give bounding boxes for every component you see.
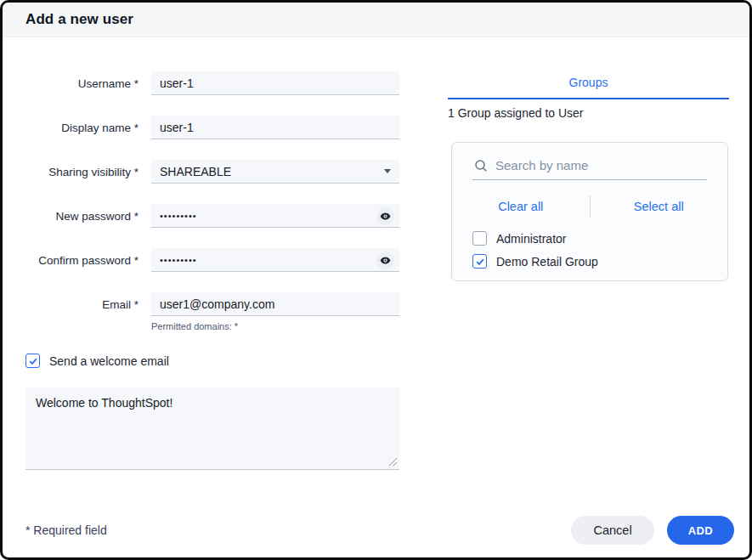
group-search-row	[472, 156, 707, 180]
groups-tab-bar: Groups	[448, 75, 729, 99]
eye-icon	[379, 210, 392, 223]
display-name-row: Display name *	[25, 116, 399, 139]
sharing-visibility-row: Sharing visibility * SHAREABLE	[25, 160, 399, 184]
clear-all-wrap: Clear all	[452, 199, 590, 214]
checkmark-icon	[28, 356, 38, 366]
welcome-message-wrap: Welcome to ThoughtSpot!	[25, 387, 399, 470]
username-control	[151, 71, 399, 95]
administrator-checkbox[interactable]	[472, 231, 487, 246]
group-search-input[interactable]	[495, 158, 705, 173]
tab-groups[interactable]: Groups	[569, 76, 608, 89]
welcome-email-checkbox[interactable]	[25, 354, 40, 368]
groups-section: Groups 1 Group assigned to User Clear al…	[448, 71, 729, 470]
display-name-control	[151, 116, 399, 139]
search-icon	[474, 159, 488, 173]
sharing-visibility-value: SHAREABLE	[160, 165, 231, 178]
add-user-dialog: Add a new user Username * Display name *…	[0, 0, 752, 560]
cancel-button[interactable]: Cancel	[571, 516, 653, 545]
demo-retail-group-checkbox[interactable]	[472, 254, 487, 269]
username-label: Username *	[25, 77, 139, 90]
new-password-control	[151, 204, 399, 228]
dialog-header: Add a new user	[3, 3, 749, 37]
group-item-administrator[interactable]: Administrator	[472, 231, 707, 246]
checkmark-icon	[475, 257, 485, 267]
groups-assigned-count: 1 Group assigned to User	[448, 106, 729, 120]
sharing-visibility-label: Sharing visibility *	[25, 166, 139, 178]
dialog-title: Add a new user	[25, 11, 133, 28]
clear-all-link[interactable]: Clear all	[498, 200, 543, 213]
groups-picker-panel: Clear all Select all Administ	[451, 142, 728, 281]
group-name: Demo Retail Group	[496, 255, 598, 269]
welcome-email-checkbox-label: Send a welcome email	[49, 354, 169, 368]
confirm-password-row: Confirm password *	[25, 248, 399, 272]
email-control	[151, 292, 399, 316]
confirm-password-input[interactable]	[151, 248, 399, 272]
user-form: Username * Display name * Sharing visibi…	[25, 71, 399, 470]
new-password-row: New password *	[25, 204, 399, 228]
eye-icon	[379, 254, 392, 267]
dialog-footer: * Required field Cancel ADD	[3, 508, 749, 557]
welcome-email-checkbox-row[interactable]: Send a welcome email	[25, 354, 399, 368]
show-password-button[interactable]	[376, 207, 394, 225]
dialog-body: Username * Display name * Sharing visibi…	[3, 37, 749, 470]
welcome-message-textarea[interactable]: Welcome to ThoughtSpot!	[25, 387, 399, 470]
confirm-password-label: Confirm password *	[25, 254, 139, 267]
new-password-label: New password *	[25, 210, 139, 223]
email-input[interactable]	[151, 292, 399, 316]
group-list: Administrator Demo Retail Group	[472, 231, 707, 269]
group-name: Administrator	[496, 232, 566, 246]
chevron-down-icon	[384, 169, 391, 173]
username-input[interactable]	[151, 71, 399, 95]
required-field-note: * Required field	[25, 523, 107, 537]
add-button[interactable]: ADD	[667, 516, 734, 545]
group-item-demo-retail-group[interactable]: Demo Retail Group	[472, 254, 707, 269]
username-row: Username *	[25, 71, 399, 95]
sharing-visibility-select[interactable]: SHAREABLE	[151, 160, 399, 184]
permitted-domains-note: Permitted domains: *	[151, 321, 399, 331]
footer-buttons: Cancel ADD	[571, 516, 734, 545]
display-name-input[interactable]	[151, 116, 399, 139]
confirm-password-control	[151, 248, 399, 272]
email-row: Email *	[25, 292, 399, 316]
group-actions-row: Clear all Select all	[452, 195, 727, 218]
email-label: Email *	[25, 298, 139, 311]
display-name-label: Display name *	[25, 122, 139, 134]
select-all-link[interactable]: Select all	[634, 200, 684, 213]
show-confirm-password-button[interactable]	[376, 252, 394, 269]
new-password-input[interactable]	[151, 204, 399, 228]
select-all-wrap: Select all	[591, 199, 728, 214]
sharing-visibility-control: SHAREABLE	[151, 160, 399, 184]
